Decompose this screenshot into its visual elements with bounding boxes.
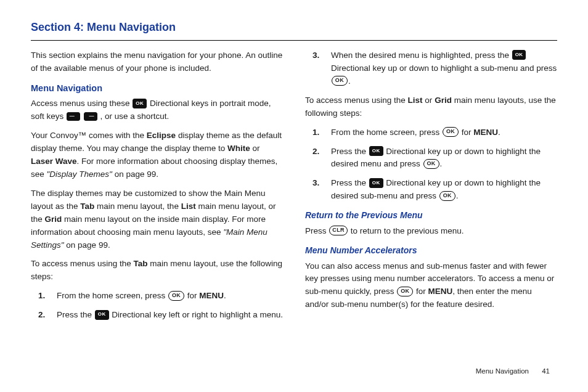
accelerators-heading: Menu Number Accelerators [305,244,557,258]
access-paragraph: Access menus using these OK Directional … [31,97,283,123]
ok-key-icon: OK [168,291,184,301]
two-column-layout: This section explains the menu navigatio… [31,49,557,328]
tab-steps-cont: 3. When the desired menu is highlighted,… [305,49,557,88]
list-item: 1. From the home screen, press OK for ME… [31,290,283,303]
return-heading: Return to the Previous Menu [305,209,557,223]
return-paragraph: Press CLR to return to the previous menu… [305,225,557,238]
intro-paragraph: This section explains the menu navigatio… [31,49,283,75]
listgrid-steps: 1. From the home screen, press OK for ME… [305,126,557,203]
directional-key-icon: OK [133,99,147,108]
directional-key-icon: OK [95,310,109,320]
tab-steps: 1. From the home screen, press OK for ME… [31,290,283,322]
ok-key-icon: OK [443,127,459,137]
ok-key-icon: OK [332,76,348,86]
divider [31,40,557,41]
left-softkey-icon: — [67,112,80,121]
accelerators-paragraph: You can also access menus and sub-menus … [305,260,557,312]
directional-key-icon: OK [512,50,526,60]
right-softkey-icon: — [84,112,97,121]
theme-paragraph: Your Convoy™ comes with the Eclipse disp… [31,129,283,181]
directional-key-icon: OK [369,146,383,156]
list-item: 3. When the desired menu is highlighted,… [305,49,557,88]
directional-key-icon: OK [369,178,383,188]
page-footer: Menu Navigation 41 [476,367,550,375]
ok-key-icon: OK [423,159,439,169]
listgrid-intro-paragraph: To access menus using the List or Grid m… [305,94,557,120]
cross-ref: "Display Themes" [47,169,112,179]
list-item: 2. Press the OK Directional key up or do… [305,145,557,171]
list-item: 2. Press the OK Directional key left or … [31,309,283,322]
layouts-paragraph: The display themes may be customized to … [31,187,283,252]
ok-key-icon: OK [439,191,455,201]
list-item: 3. Press the OK Directional key up or do… [305,177,557,203]
list-item: 1. From the home screen, press OK for ME… [305,126,557,139]
menu-navigation-heading: Menu Navigation [31,81,283,95]
section-title: Section 4: Menu Navigation [31,21,557,34]
left-column: This section explains the menu navigatio… [31,49,283,328]
page-number: 41 [542,367,550,375]
clr-key-icon: CLR [329,226,348,235]
tab-intro-paragraph: To access menus using the Tab main menu … [31,258,283,284]
right-column: 3. When the desired menu is highlighted,… [305,49,557,328]
footer-label: Menu Navigation [476,367,529,375]
ok-key-icon: OK [397,287,413,296]
